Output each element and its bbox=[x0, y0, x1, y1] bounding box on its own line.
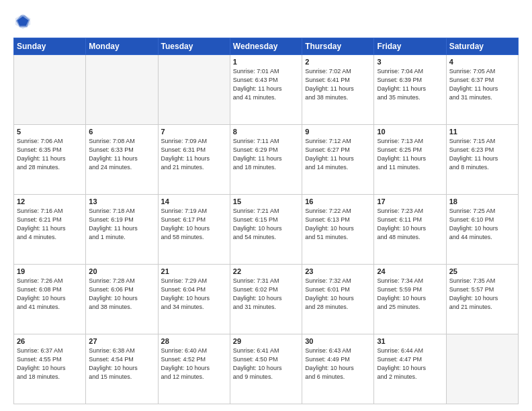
calendar-cell: 23Sunrise: 7:32 AM Sunset: 6:01 PM Dayli… bbox=[302, 265, 374, 334]
day-number: 2 bbox=[305, 58, 371, 66]
day-info: Sunrise: 7:32 AM Sunset: 6:01 PM Dayligh… bbox=[305, 277, 371, 312]
calendar-cell: 13Sunrise: 7:18 AM Sunset: 6:19 PM Dayli… bbox=[86, 195, 158, 265]
day-info: Sunrise: 7:13 AM Sunset: 6:25 PM Dayligh… bbox=[377, 137, 443, 172]
day-number: 23 bbox=[305, 267, 371, 275]
calendar-cell bbox=[86, 55, 158, 125]
day-number: 1 bbox=[233, 58, 299, 66]
day-info: Sunrise: 7:16 AM Sunset: 6:21 PM Dayligh… bbox=[17, 207, 83, 242]
day-number: 4 bbox=[449, 58, 515, 66]
day-info: Sunrise: 7:04 AM Sunset: 6:39 PM Dayligh… bbox=[377, 67, 443, 102]
day-info: Sunrise: 6:37 AM Sunset: 4:55 PM Dayligh… bbox=[17, 347, 83, 381]
weekday-header-monday: Monday bbox=[86, 38, 158, 55]
calendar-cell: 8Sunrise: 7:11 AM Sunset: 6:29 PM Daylig… bbox=[230, 125, 302, 195]
calendar-cell: 6Sunrise: 7:08 AM Sunset: 6:33 PM Daylig… bbox=[86, 125, 158, 195]
weekday-header-row: SundayMondayTuesdayWednesdayThursdayFrid… bbox=[14, 38, 519, 55]
header bbox=[13, 12, 519, 31]
day-info: Sunrise: 6:40 AM Sunset: 4:52 PM Dayligh… bbox=[161, 347, 227, 381]
day-number: 24 bbox=[377, 267, 443, 275]
day-number: 20 bbox=[89, 267, 154, 275]
calendar-cell: 18Sunrise: 7:25 AM Sunset: 6:10 PM Dayli… bbox=[446, 195, 518, 265]
calendar-table: SundayMondayTuesdayWednesdayThursdayFrid… bbox=[13, 38, 519, 404]
calendar-cell: 20Sunrise: 7:28 AM Sunset: 6:06 PM Dayli… bbox=[86, 265, 158, 334]
calendar-cell: 17Sunrise: 7:23 AM Sunset: 6:11 PM Dayli… bbox=[374, 195, 446, 265]
day-info: Sunrise: 7:01 AM Sunset: 6:43 PM Dayligh… bbox=[233, 67, 299, 102]
day-info: Sunrise: 6:41 AM Sunset: 4:50 PM Dayligh… bbox=[233, 347, 299, 381]
day-info: Sunrise: 7:15 AM Sunset: 6:23 PM Dayligh… bbox=[449, 137, 515, 172]
day-number: 12 bbox=[17, 197, 83, 205]
day-number: 25 bbox=[449, 267, 515, 275]
calendar-cell: 10Sunrise: 7:13 AM Sunset: 6:25 PM Dayli… bbox=[374, 125, 446, 195]
day-info: Sunrise: 7:26 AM Sunset: 6:08 PM Dayligh… bbox=[17, 277, 83, 312]
day-number: 22 bbox=[233, 267, 299, 275]
week-row-2: 5Sunrise: 7:06 AM Sunset: 6:35 PM Daylig… bbox=[14, 125, 519, 195]
calendar-cell: 16Sunrise: 7:22 AM Sunset: 6:13 PM Dayli… bbox=[302, 195, 374, 265]
calendar-cell: 2Sunrise: 7:02 AM Sunset: 6:41 PM Daylig… bbox=[302, 55, 374, 125]
weekday-header-tuesday: Tuesday bbox=[158, 38, 230, 55]
day-number: 29 bbox=[233, 337, 299, 345]
weekday-header-sunday: Sunday bbox=[14, 38, 86, 55]
day-number: 30 bbox=[305, 337, 371, 345]
calendar-cell: 27Sunrise: 6:38 AM Sunset: 4:54 PM Dayli… bbox=[86, 334, 158, 404]
calendar-cell: 12Sunrise: 7:16 AM Sunset: 6:21 PM Dayli… bbox=[14, 195, 86, 265]
day-number: 17 bbox=[377, 197, 443, 205]
day-info: Sunrise: 7:19 AM Sunset: 6:17 PM Dayligh… bbox=[161, 207, 227, 242]
calendar-cell: 3Sunrise: 7:04 AM Sunset: 6:39 PM Daylig… bbox=[374, 55, 446, 125]
week-row-4: 19Sunrise: 7:26 AM Sunset: 6:08 PM Dayli… bbox=[14, 265, 519, 334]
calendar-cell: 19Sunrise: 7:26 AM Sunset: 6:08 PM Dayli… bbox=[14, 265, 86, 334]
calendar-cell: 4Sunrise: 7:05 AM Sunset: 6:37 PM Daylig… bbox=[446, 55, 518, 125]
day-number: 11 bbox=[449, 128, 515, 136]
weekday-header-wednesday: Wednesday bbox=[230, 38, 302, 55]
calendar-cell: 28Sunrise: 6:40 AM Sunset: 4:52 PM Dayli… bbox=[158, 334, 230, 404]
calendar-cell: 5Sunrise: 7:06 AM Sunset: 6:35 PM Daylig… bbox=[14, 125, 86, 195]
day-number: 27 bbox=[89, 337, 154, 345]
page: SundayMondayTuesdayWednesdayThursdayFrid… bbox=[0, 0, 532, 411]
calendar-cell bbox=[14, 55, 86, 125]
day-number: 26 bbox=[17, 337, 83, 345]
weekday-header-thursday: Thursday bbox=[302, 38, 374, 55]
calendar-cell: 25Sunrise: 7:35 AM Sunset: 5:57 PM Dayli… bbox=[446, 265, 518, 334]
week-row-3: 12Sunrise: 7:16 AM Sunset: 6:21 PM Dayli… bbox=[14, 195, 519, 265]
logo bbox=[13, 12, 35, 31]
day-info: Sunrise: 7:02 AM Sunset: 6:41 PM Dayligh… bbox=[305, 67, 371, 102]
calendar-cell: 31Sunrise: 6:44 AM Sunset: 4:47 PM Dayli… bbox=[374, 334, 446, 404]
day-info: Sunrise: 7:28 AM Sunset: 6:06 PM Dayligh… bbox=[89, 277, 154, 312]
day-info: Sunrise: 7:23 AM Sunset: 6:11 PM Dayligh… bbox=[377, 207, 443, 242]
day-number: 7 bbox=[161, 128, 227, 136]
day-info: Sunrise: 7:12 AM Sunset: 6:27 PM Dayligh… bbox=[305, 137, 371, 172]
calendar-cell bbox=[446, 334, 518, 404]
day-number: 13 bbox=[89, 197, 154, 205]
day-number: 6 bbox=[89, 128, 154, 136]
calendar-cell: 29Sunrise: 6:41 AM Sunset: 4:50 PM Dayli… bbox=[230, 334, 302, 404]
day-info: Sunrise: 7:08 AM Sunset: 6:33 PM Dayligh… bbox=[89, 137, 154, 172]
day-info: Sunrise: 7:11 AM Sunset: 6:29 PM Dayligh… bbox=[233, 137, 299, 172]
calendar-cell: 1Sunrise: 7:01 AM Sunset: 6:43 PM Daylig… bbox=[230, 55, 302, 125]
day-info: Sunrise: 6:38 AM Sunset: 4:54 PM Dayligh… bbox=[89, 347, 154, 381]
calendar-cell: 24Sunrise: 7:34 AM Sunset: 5:59 PM Dayli… bbox=[374, 265, 446, 334]
day-number: 19 bbox=[17, 267, 83, 275]
weekday-header-friday: Friday bbox=[374, 38, 446, 55]
day-info: Sunrise: 7:06 AM Sunset: 6:35 PM Dayligh… bbox=[17, 137, 83, 172]
day-number: 18 bbox=[449, 197, 515, 205]
calendar-cell: 30Sunrise: 6:43 AM Sunset: 4:49 PM Dayli… bbox=[302, 334, 374, 404]
calendar-cell: 11Sunrise: 7:15 AM Sunset: 6:23 PM Dayli… bbox=[446, 125, 518, 195]
calendar-cell: 26Sunrise: 6:37 AM Sunset: 4:55 PM Dayli… bbox=[14, 334, 86, 404]
week-row-1: 1Sunrise: 7:01 AM Sunset: 6:43 PM Daylig… bbox=[14, 55, 519, 125]
calendar-cell: 15Sunrise: 7:21 AM Sunset: 6:15 PM Dayli… bbox=[230, 195, 302, 265]
day-number: 28 bbox=[161, 337, 227, 345]
day-number: 9 bbox=[305, 128, 371, 136]
day-info: Sunrise: 7:21 AM Sunset: 6:15 PM Dayligh… bbox=[233, 207, 299, 242]
week-row-5: 26Sunrise: 6:37 AM Sunset: 4:55 PM Dayli… bbox=[14, 334, 519, 404]
calendar-cell: 21Sunrise: 7:29 AM Sunset: 6:04 PM Dayli… bbox=[158, 265, 230, 334]
day-number: 8 bbox=[233, 128, 299, 136]
calendar-cell: 22Sunrise: 7:31 AM Sunset: 6:02 PM Dayli… bbox=[230, 265, 302, 334]
day-number: 16 bbox=[305, 197, 371, 205]
day-info: Sunrise: 7:05 AM Sunset: 6:37 PM Dayligh… bbox=[449, 67, 515, 102]
day-info: Sunrise: 6:44 AM Sunset: 4:47 PM Dayligh… bbox=[377, 347, 443, 381]
day-number: 31 bbox=[377, 337, 443, 345]
calendar-cell: 7Sunrise: 7:09 AM Sunset: 6:31 PM Daylig… bbox=[158, 125, 230, 195]
weekday-header-saturday: Saturday bbox=[446, 38, 518, 55]
calendar-cell: 14Sunrise: 7:19 AM Sunset: 6:17 PM Dayli… bbox=[158, 195, 230, 265]
day-info: Sunrise: 7:35 AM Sunset: 5:57 PM Dayligh… bbox=[449, 277, 515, 312]
calendar-cell: 9Sunrise: 7:12 AM Sunset: 6:27 PM Daylig… bbox=[302, 125, 374, 195]
day-number: 3 bbox=[377, 58, 443, 66]
